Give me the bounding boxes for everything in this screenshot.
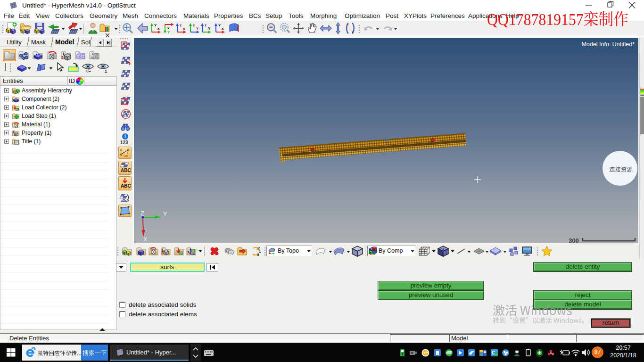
svg-text:x: x bbox=[167, 26, 170, 30]
svg-text:•10: •10 bbox=[124, 155, 128, 157]
svg-text:Y: Y bbox=[154, 23, 157, 27]
svg-text:1: 1 bbox=[127, 151, 129, 155]
svg-text:Z: Z bbox=[140, 210, 144, 217]
svg-text:Y: Y bbox=[218, 23, 221, 27]
svg-text:z: z bbox=[180, 23, 182, 27]
svg-text:x: x bbox=[183, 26, 185, 31]
svg-text:1: 1 bbox=[259, 249, 261, 254]
svg-text:300: 300 bbox=[569, 237, 579, 243]
svg-text:x: x bbox=[222, 26, 224, 31]
svg-text:0: 0 bbox=[120, 148, 122, 152]
svg-text:z: z bbox=[193, 23, 195, 27]
svg-text:z: z bbox=[205, 23, 206, 27]
svg-text:x: x bbox=[157, 26, 160, 31]
svg-text:3: 3 bbox=[257, 253, 259, 257]
svg-text:Y: Y bbox=[167, 30, 170, 34]
svg-text:Y: Y bbox=[163, 210, 167, 217]
svg-text:Y: Y bbox=[196, 26, 199, 31]
svg-text:X: X bbox=[143, 236, 148, 243]
svg-text:Y: Y bbox=[208, 26, 211, 31]
